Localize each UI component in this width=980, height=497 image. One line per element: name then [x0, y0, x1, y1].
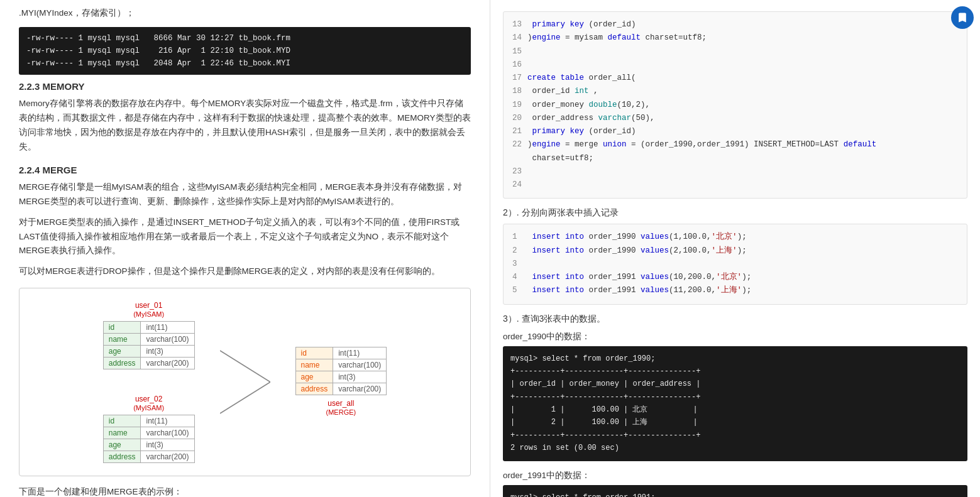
- user01-table: idint(11) namevarchar(100) ageint(3) add…: [103, 321, 195, 369]
- rline-21: 21 primary key (order_id): [512, 125, 958, 138]
- left-panel: .MYI(MYIndex，存储索引）； -rw-rw---- 1 mysql m…: [0, 0, 490, 497]
- left-tables: user_01 (MyISAM) idint(11) namevarchar(1…: [103, 301, 195, 463]
- user01-label: user_01 (MyISAM): [133, 301, 164, 319]
- para-memory: Memory存储引擎将表的数据存放在内存中。每个MEMORY表实际对应一个磁盘文…: [19, 97, 471, 155]
- rline-13: 13 primary key (order_id): [512, 18, 958, 31]
- connector-svg: [220, 325, 270, 439]
- iline-4: 4 insert into order_1991 values(10,200.0…: [512, 271, 958, 284]
- heading-merge: 2.2.4 MERGE: [19, 165, 471, 175]
- para-merge2: 对于MERGE类型表的插入操作，是通过INSERT_METHOD子句定义插入的表…: [19, 216, 471, 259]
- terminal-1990: mysql> select * from order_1990; +------…: [503, 346, 967, 461]
- top-right-button[interactable]: [951, 6, 974, 29]
- heading-memory: 2.2.3 MEMORY: [19, 81, 471, 92]
- rline-22b: charset=utf8;: [512, 152, 958, 165]
- merge-diagram: user_01 (MyISAM) idint(11) namevarchar(1…: [19, 288, 471, 476]
- insert-code-block: 1 insert into order_1990 values(1,100.0,…: [503, 224, 967, 304]
- iline-3: 3: [512, 258, 958, 271]
- step3-label: 3）. 查询3张表中的数据。: [503, 314, 967, 325]
- userall-table: idint(11) namevarchar(100) ageint(3) add…: [295, 347, 387, 395]
- query-label-1991: order_1991中的数据：: [503, 470, 967, 481]
- rline-16: 16: [512, 58, 958, 72]
- rline-22: 22)engine = merge union = (order_1990,or…: [512, 138, 958, 151]
- myi-label: .MYI(MYIndex，存储索引）；: [19, 6, 471, 21]
- user02-group: user_02 (MyISAM) idint(11) namevarchar(1…: [103, 395, 195, 463]
- example-intro: 下面是一个创建和使用MERGE表的示例：: [19, 485, 471, 497]
- step2-label: 2）. 分别向两张表中插入记录: [503, 207, 967, 219]
- user02-table: idint(11) namevarchar(100) ageint(3) add…: [103, 415, 195, 463]
- right-panel: 13 primary key (order_id) 14)engine = my…: [490, 0, 980, 497]
- bookmark-icon: [956, 11, 969, 24]
- rline-19: 19 order_money double(10,2),: [512, 99, 958, 112]
- svg-line-0: [220, 351, 270, 382]
- rline-20: 20 order_address varchar(50),: [512, 112, 958, 125]
- para-merge3: 可以对MERGE表进行DROP操作，但是这个操作只是删除MERGE表的定义，对内…: [19, 265, 471, 279]
- iline-2: 2 insert into order_1990 values(2,100.0,…: [512, 244, 958, 258]
- rline-17: 17create table order_all(: [512, 72, 958, 85]
- rline-15: 15: [512, 45, 958, 58]
- user01-group: user_01 (MyISAM) idint(11) namevarchar(1…: [103, 301, 195, 369]
- query-label-1990: order_1990中的数据：: [503, 331, 967, 342]
- userall-label: user_all (MERGE): [326, 399, 356, 417]
- right-code-top: 13 primary key (order_id) 14)engine = my…: [503, 11, 967, 199]
- para-merge1: MERGE存储引擎是一组MyISAM表的组合，这些MyISAM表必须结构完全相同…: [19, 180, 471, 209]
- iline-1: 1 insert into order_1990 values(1,100.0,…: [512, 231, 958, 244]
- svg-line-1: [220, 382, 270, 413]
- terminal-1991: mysql> select * from order_1991; +------…: [503, 485, 967, 497]
- terminal-files: -rw-rw---- 1 mysql mysql 8666 Mar 30 12:…: [19, 27, 471, 75]
- rline-14: 14)engine = myisam default charset=utf8;: [512, 31, 958, 45]
- userall-group: idint(11) namevarchar(100) ageint(3) add…: [295, 347, 387, 418]
- rline-18: 18 order_id int ,: [512, 85, 958, 98]
- iline-5: 5 insert into order_1991 values(11,200.0…: [512, 284, 958, 297]
- rline-23: 23: [512, 165, 958, 178]
- rline-24: 24: [512, 178, 958, 192]
- user02-label: user_02 (MyISAM): [133, 395, 164, 412]
